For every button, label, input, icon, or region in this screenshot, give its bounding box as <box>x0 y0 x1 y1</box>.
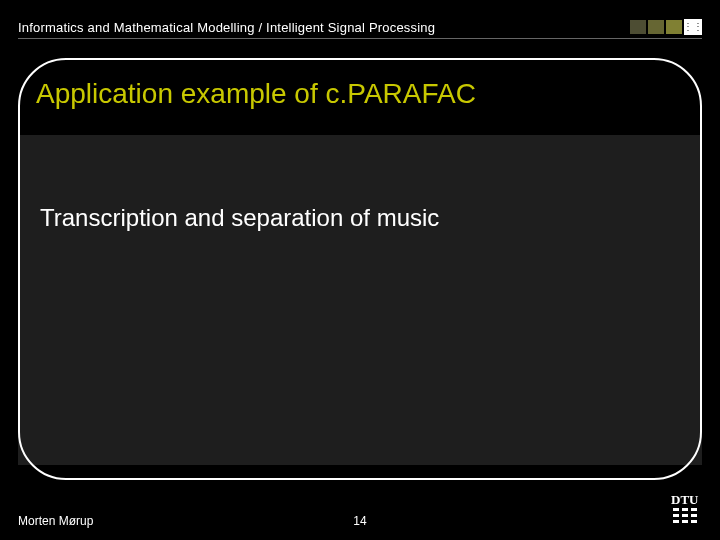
footer-page-number: 14 <box>353 514 366 528</box>
svg-rect-7 <box>673 520 679 523</box>
svg-rect-4 <box>673 514 679 517</box>
svg-rect-9 <box>691 520 697 523</box>
decorative-square-icon <box>648 20 664 34</box>
svg-rect-6 <box>691 514 697 517</box>
decorative-square-icon: ⋮⋮ <box>684 19 702 35</box>
header-decorative-squares: ⋮⋮ <box>630 19 702 35</box>
slide-body-text: Transcription and separation of music <box>40 204 439 232</box>
svg-rect-2 <box>682 508 688 511</box>
dots-icon: ⋮⋮ <box>683 22 703 32</box>
svg-text:DTU: DTU <box>671 492 699 507</box>
dtu-logo-icon: DTU <box>668 492 702 530</box>
header-org-text: Informatics and Mathematical Modelling /… <box>18 20 435 35</box>
svg-rect-5 <box>682 514 688 517</box>
decorative-square-icon <box>630 20 646 34</box>
header-divider <box>18 38 702 39</box>
footer-author: Morten Mørup <box>18 514 93 528</box>
slide-title: Application example of c.PARAFAC <box>36 78 476 110</box>
svg-rect-8 <box>682 520 688 523</box>
footer: Morten Mørup 14 DTU <box>18 498 702 528</box>
header-bar: Informatics and Mathematical Modelling /… <box>18 16 702 38</box>
svg-rect-1 <box>673 508 679 511</box>
rounded-frame <box>18 58 702 480</box>
decorative-square-icon <box>666 20 682 34</box>
svg-rect-3 <box>691 508 697 511</box>
